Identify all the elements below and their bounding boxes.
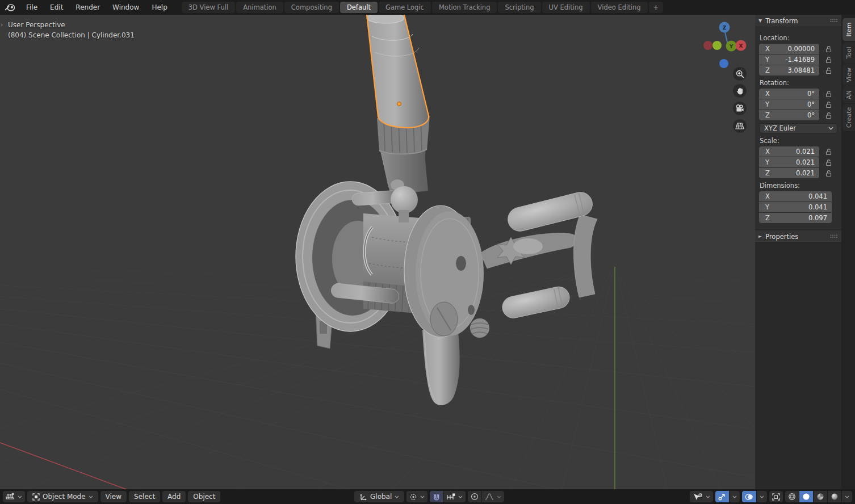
scale-label: Scale: <box>760 137 837 145</box>
tab-scripting[interactable]: Scripting <box>498 2 540 13</box>
sidebar-tab-tool[interactable]: Tool <box>843 42 855 64</box>
menu-file[interactable]: File <box>20 0 44 15</box>
transform-panel-header[interactable]: ▼ Transform <box>755 15 841 27</box>
pivot-point-selector[interactable] <box>406 491 428 502</box>
menu-add[interactable]: Add <box>162 491 186 502</box>
scale-x-field[interactable]: X 0.021 <box>759 146 819 157</box>
chevron-down-icon <box>395 495 399 498</box>
panel-expand-icon[interactable]: ▼ <box>758 18 762 23</box>
camera-view-button[interactable] <box>733 102 747 115</box>
snap-target-selector[interactable] <box>443 491 466 502</box>
scale-y-field[interactable]: Y 0.021 <box>759 157 819 167</box>
sidebar-tab-an[interactable]: AN <box>843 86 855 103</box>
xray-frame-icon <box>772 493 780 501</box>
unlock-icon[interactable] <box>825 170 832 177</box>
shading-solid-button[interactable] <box>799 491 813 502</box>
panel-collapsed-icon[interactable]: ► <box>758 234 762 239</box>
shading-dropdown-button[interactable] <box>842 491 852 502</box>
location-y-field[interactable]: Y -1.41689 <box>759 54 819 65</box>
menu-help[interactable]: Help <box>145 0 173 15</box>
shading-material-button[interactable] <box>814 491 827 502</box>
gizmo-y-ball[interactable] <box>713 41 722 50</box>
transform-orientation-selector[interactable]: Global <box>354 491 404 502</box>
tab-3d-view-full[interactable]: 3D View Full <box>182 2 235 13</box>
model-selected-cylinder[interactable] <box>367 15 429 128</box>
panel-grip-icon[interactable] <box>830 19 838 23</box>
dimensions-z-field[interactable]: Z 0.097 <box>759 213 832 223</box>
menu-object[interactable]: Object <box>188 491 220 502</box>
pan-tool-button[interactable] <box>733 84 747 98</box>
proportional-editing-toggle[interactable] <box>468 491 481 502</box>
rotation-x-field[interactable]: X 0° <box>759 89 819 99</box>
add-workspace-button[interactable]: + <box>649 2 664 13</box>
unlock-icon[interactable] <box>825 90 832 98</box>
sidebar-tab-item[interactable]: Item <box>843 18 855 41</box>
tab-game-logic[interactable]: Game Logic <box>379 2 431 13</box>
location-x-field[interactable]: X 0.00000 <box>759 44 819 54</box>
gizmos-dropdown-button[interactable] <box>730 491 740 502</box>
rotation-y-field[interactable]: Y 0° <box>759 99 819 110</box>
unlock-icon[interactable] <box>825 67 832 74</box>
zoom-tool-button[interactable] <box>733 67 747 81</box>
gizmo-neg-x-ball[interactable] <box>703 41 713 50</box>
proportional-circle-icon <box>471 493 479 501</box>
axis-x-line <box>0 443 126 489</box>
3d-viewport[interactable]: › User Perspective (804) Scene Collectio… <box>0 15 755 489</box>
menu-view[interactable]: View <box>100 491 127 502</box>
tab-motion-tracking[interactable]: Motion Tracking <box>432 2 497 13</box>
unlock-icon[interactable] <box>825 56 832 64</box>
viewport-collapse-arrow[interactable]: › <box>1 21 3 28</box>
menu-select[interactable]: Select <box>129 491 160 502</box>
rotation-z-field[interactable]: Z 0° <box>759 110 819 120</box>
falloff-curve-icon <box>485 493 494 500</box>
location-z-field[interactable]: Z 3.08481 <box>759 65 819 75</box>
viewport-canvas[interactable] <box>0 15 755 489</box>
location-label: Location: <box>760 34 837 42</box>
sidebar-tab-strip: Item Tool View AN Create <box>841 15 855 489</box>
shading-rendered-button[interactable] <box>828 491 841 502</box>
chevron-down-icon <box>18 495 22 498</box>
sidebar-tab-create[interactable]: Create <box>843 104 855 131</box>
tab-default[interactable]: Default <box>340 2 378 13</box>
transform-panel-body: Location: X 0.00000 Y -1.41689 <box>755 27 841 229</box>
menu-render[interactable]: Render <box>69 0 106 15</box>
gizmo-neg-z-ball[interactable] <box>719 59 728 68</box>
panel-grip-icon[interactable] <box>830 234 838 238</box>
tab-uv-editing[interactable]: UV Editing <box>542 2 590 13</box>
perspective-toggle-button[interactable] <box>733 119 747 133</box>
chevron-down-icon <box>706 495 710 498</box>
transform-panel-title: Transform <box>765 17 798 25</box>
snap-toggle-button[interactable] <box>430 491 443 502</box>
unlock-icon[interactable] <box>825 159 832 166</box>
overlays-toggle-button[interactable] <box>742 491 756 502</box>
dimensions-y-field[interactable]: Y 0.041 <box>759 202 832 212</box>
tab-compositing[interactable]: Compositing <box>284 2 339 13</box>
gizmos-toggle-button[interactable] <box>715 491 729 502</box>
menu-window[interactable]: Window <box>106 0 145 15</box>
model-fishing-reel[interactable] <box>296 15 597 405</box>
overlays-dropdown-button[interactable] <box>757 491 767 502</box>
tab-animation[interactable]: Animation <box>236 2 283 13</box>
unlock-icon[interactable] <box>825 148 832 156</box>
editor-type-button[interactable] <box>3 491 25 502</box>
object-mode-icon <box>32 493 40 501</box>
menu-edit[interactable]: Edit <box>44 0 69 15</box>
dimensions-x-field[interactable]: X 0.041 <box>759 191 832 201</box>
unlock-icon[interactable] <box>825 112 832 119</box>
scale-z-field[interactable]: Z 0.021 <box>759 168 819 178</box>
xray-toggle-button[interactable] <box>769 491 783 502</box>
chevron-down-icon <box>828 127 833 130</box>
proportional-falloff-selector[interactable] <box>482 491 504 502</box>
sidebar-tab-view[interactable]: View <box>843 64 855 86</box>
properties-panel-header[interactable]: ► Properties <box>755 230 841 243</box>
blender-logo-icon[interactable] <box>5 2 16 12</box>
dimensions-label: Dimensions: <box>760 182 837 190</box>
rotation-mode-dropdown[interactable]: XYZ Euler <box>759 123 837 133</box>
object-type-visibility-button[interactable] <box>690 491 713 502</box>
shading-wireframe-button[interactable] <box>785 491 799 502</box>
mode-selector[interactable]: Object Mode <box>27 491 98 502</box>
tab-video-editing[interactable]: Video Editing <box>591 2 648 13</box>
unlock-icon[interactable] <box>825 101 832 108</box>
chevron-down-icon <box>497 495 501 498</box>
unlock-icon[interactable] <box>825 45 832 53</box>
